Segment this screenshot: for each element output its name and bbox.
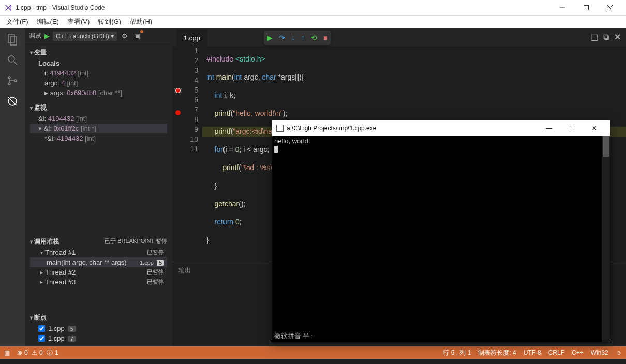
open-editors-icon[interactable]: ▥ bbox=[4, 349, 10, 356]
diff-icon[interactable]: ⧉ bbox=[603, 33, 609, 42]
callstack-section-title[interactable]: 调用堆栈已于 BREAKPOINT 暂停 bbox=[30, 236, 167, 248]
svg-rect-4 bbox=[8, 35, 14, 43]
explorer-icon[interactable] bbox=[5, 32, 20, 47]
problems-status[interactable]: ⊗0 ⚠0 ⓘ1 bbox=[17, 348, 58, 357]
activity-bar bbox=[0, 28, 25, 346]
restart-button[interactable]: ⟲ bbox=[311, 34, 317, 42]
tab-size[interactable]: 制表符长度: 4 bbox=[478, 348, 516, 357]
tab-1cpp[interactable]: 1.cpp bbox=[176, 29, 207, 46]
console-maximize-button[interactable]: ☐ bbox=[560, 125, 583, 132]
breakpoints-section-title[interactable]: 断点 bbox=[30, 312, 167, 324]
breakpoint-marker[interactable] bbox=[175, 110, 181, 115]
vs-logo-icon bbox=[4, 4, 12, 12]
svg-point-10 bbox=[14, 80, 17, 82]
status-bar: ▥ ⊗0 ⚠0 ⓘ1 行 5 , 列 1 制表符长度: 4 UTF-8 CRLF… bbox=[0, 346, 626, 359]
svg-line-7 bbox=[14, 62, 17, 65]
git-icon[interactable] bbox=[5, 73, 20, 88]
menu-go[interactable]: 转到(G) bbox=[94, 16, 125, 27]
scrollbar-thumb[interactable] bbox=[603, 136, 609, 157]
svg-point-8 bbox=[8, 77, 10, 79]
debug-icon[interactable] bbox=[5, 94, 20, 109]
var-argc[interactable]: argc: 4 [int] bbox=[30, 78, 167, 88]
menu-view[interactable]: 查看(V) bbox=[63, 16, 94, 27]
debug-header: 调试 ▶ C++ Launch (GDB) ▾ ⚙ ▣ bbox=[25, 28, 172, 44]
start-debug-button[interactable]: ▶ bbox=[44, 32, 50, 40]
svg-rect-5 bbox=[10, 37, 17, 45]
svg-point-9 bbox=[8, 83, 10, 85]
debug-config-select[interactable]: C++ Launch (GDB) ▾ bbox=[53, 32, 117, 41]
thread-3[interactable]: ▸Thread #3已暂停 bbox=[30, 277, 167, 287]
console-output[interactable]: hello, world! 微软拼音 半 : bbox=[272, 136, 610, 342]
thread-2[interactable]: ▸Thread #2已暂停 bbox=[30, 267, 167, 277]
breakpoint-1[interactable]: 1.cpp7 bbox=[30, 333, 167, 343]
continue-button[interactable]: ▶ bbox=[267, 34, 273, 42]
console-minimize-button[interactable]: — bbox=[538, 125, 560, 132]
debug-sidebar: 调试 ▶ C++ Launch (GDB) ▾ ⚙ ▣ 变量 Locals i:… bbox=[25, 28, 172, 346]
gear-icon[interactable]: ⚙ bbox=[120, 32, 129, 41]
stop-button[interactable]: ■ bbox=[323, 34, 327, 42]
line-number-gutter: 1234567891011 bbox=[184, 46, 202, 262]
bp-checkbox[interactable] bbox=[38, 325, 45, 332]
menu-help[interactable]: 帮助(H) bbox=[125, 16, 156, 27]
language-mode[interactable]: C++ bbox=[572, 349, 584, 356]
stackframe-main[interactable]: main(int argc, char ** args)1.cpp5 bbox=[30, 257, 167, 267]
watch-item-1[interactable]: ▾ &i: 0x61ff2c [int *] bbox=[30, 124, 167, 133]
window-titlebar: 1.cpp - tmp - Visual Studio Code bbox=[0, 0, 626, 16]
eol[interactable]: CRLF bbox=[548, 349, 564, 356]
breakpoint-marker-current[interactable] bbox=[175, 88, 181, 93]
close-tab-button[interactable]: ✕ bbox=[614, 32, 621, 42]
console-scrollbar[interactable] bbox=[602, 136, 610, 342]
console-close-button[interactable]: ✕ bbox=[583, 125, 606, 132]
console-titlebar[interactable]: a:\C\LightProjects\tmp\1.cpp.exe — ☐ ✕ bbox=[272, 120, 610, 136]
ime-indicator: 微软拼音 半 : bbox=[274, 331, 313, 341]
console-app-icon bbox=[276, 125, 284, 132]
search-icon[interactable] bbox=[5, 53, 20, 67]
watch-item-0[interactable]: &i: 4194432 [int] bbox=[30, 114, 167, 124]
var-args[interactable]: args: 0x690db8 [char **] bbox=[30, 88, 167, 98]
step-into-button[interactable]: ↓ bbox=[291, 34, 295, 42]
breakpoint-gutter[interactable] bbox=[172, 46, 184, 262]
svg-point-6 bbox=[8, 56, 14, 62]
thread-1[interactable]: ▾Thread #1已暂停 bbox=[30, 248, 167, 257]
menu-edit[interactable]: 编辑(E) bbox=[33, 16, 63, 27]
split-editor-icon[interactable]: ◫ bbox=[590, 32, 598, 42]
step-over-button[interactable]: ↷ bbox=[279, 34, 285, 42]
console-title-text: a:\C\LightProjects\tmp\1.cpp.exe bbox=[287, 125, 376, 132]
feedback-icon[interactable]: ☺ bbox=[616, 349, 622, 356]
watch-section-title[interactable]: 监视 bbox=[30, 102, 167, 114]
debug-toolbar: ▶ ↷ ↓ ↑ ⟲ ■ bbox=[264, 31, 331, 45]
var-i[interactable]: i: 4194432 [int] bbox=[30, 68, 167, 78]
locals-scope[interactable]: Locals bbox=[30, 58, 167, 68]
cursor-position[interactable]: 行 5 , 列 1 bbox=[443, 348, 471, 357]
step-out-button[interactable]: ↑ bbox=[301, 34, 305, 42]
bp-checkbox[interactable] bbox=[38, 335, 45, 342]
breakpoint-0[interactable]: 1.cpp5 bbox=[30, 324, 167, 333]
encoding[interactable]: UTF-8 bbox=[524, 349, 541, 356]
menubar: 文件(F) 编辑(E) 查看(V) 转到(G) 帮助(H) bbox=[0, 16, 626, 28]
window-title: 1.cpp - tmp - Visual Studio Code bbox=[16, 4, 105, 11]
menu-file[interactable]: 文件(F) bbox=[2, 16, 33, 27]
variables-section-title[interactable]: 变量 bbox=[30, 47, 167, 58]
svg-rect-1 bbox=[584, 5, 589, 10]
window-maximize-button[interactable] bbox=[574, 0, 598, 16]
target[interactable]: Win32 bbox=[591, 349, 608, 356]
console-window[interactable]: a:\C\LightProjects\tmp\1.cpp.exe — ☐ ✕ h… bbox=[272, 120, 610, 342]
debug-console-icon[interactable]: ▣ bbox=[132, 32, 142, 41]
window-minimize-button[interactable] bbox=[550, 0, 574, 16]
tab-bar: 1.cpp ◫ ⧉ ✕ bbox=[172, 28, 626, 46]
window-close-button[interactable] bbox=[598, 0, 622, 16]
watch-item-2[interactable]: *&i: 4194432 [int] bbox=[30, 133, 167, 143]
debug-label: 调试 bbox=[29, 32, 41, 40]
